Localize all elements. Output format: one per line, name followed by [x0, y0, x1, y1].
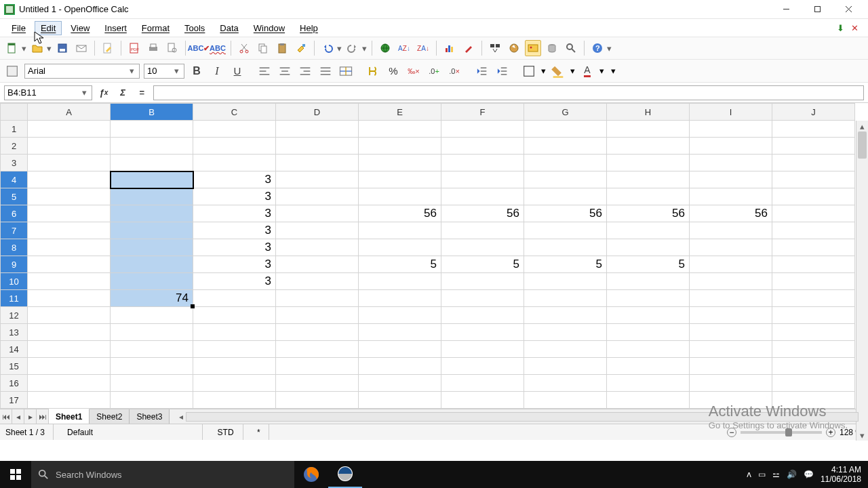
cell-F14[interactable] [441, 341, 524, 358]
cell-G13[interactable] [524, 324, 607, 341]
row-header-6[interactable]: 6 [1, 205, 28, 222]
cell-C5[interactable]: 3 [193, 188, 276, 205]
row-header-8[interactable]: 8 [1, 239, 28, 256]
column-header-E[interactable]: E [359, 104, 441, 121]
datasource-button[interactable] [544, 40, 560, 56]
column-header-C[interactable]: C [193, 104, 276, 121]
cell-F3[interactable] [441, 155, 524, 171]
cell-E13[interactable] [359, 324, 441, 341]
sort-desc-button[interactable]: ZA↓ [415, 40, 431, 56]
taskbar-search[interactable]: Search Windows [31, 461, 294, 488]
cell-C14[interactable] [193, 341, 276, 358]
cell-F5[interactable] [441, 188, 524, 205]
row-header-17[interactable]: 17 [1, 392, 28, 409]
cell-H2[interactable] [607, 138, 690, 155]
cell-A11[interactable] [28, 290, 111, 307]
standard-format-button[interactable]: ‰× [406, 63, 422, 79]
cell-B14[interactable] [111, 341, 193, 358]
cell-F8[interactable] [441, 239, 524, 256]
tab-first-button[interactable]: ⏮ [0, 409, 12, 424]
cell-H11[interactable] [607, 290, 690, 307]
row-header-2[interactable]: 2 [1, 138, 28, 155]
undo-button[interactable] [319, 40, 336, 56]
row-header-3[interactable]: 3 [1, 155, 28, 171]
cell-E4[interactable] [359, 171, 441, 188]
cell-J8[interactable] [772, 239, 855, 256]
save-button[interactable] [54, 40, 71, 56]
cell-B17[interactable] [111, 392, 193, 409]
cell-H9[interactable]: 5 [607, 256, 690, 273]
cell-C7[interactable]: 3 [193, 222, 276, 239]
row-header-7[interactable]: 7 [1, 222, 28, 239]
cell-J13[interactable] [772, 324, 855, 341]
cut-button[interactable] [236, 40, 252, 56]
cell-F6[interactable]: 56 [441, 205, 524, 222]
cell-C6[interactable]: 3 [193, 205, 276, 222]
align-right-button[interactable] [297, 63, 313, 79]
cell-B10[interactable] [111, 273, 193, 290]
cell-I15[interactable] [690, 358, 772, 375]
status-mode[interactable]: STD [216, 424, 243, 440]
cell-J3[interactable] [772, 155, 855, 171]
increase-indent-button[interactable] [494, 63, 510, 79]
cell-C12[interactable] [193, 307, 276, 324]
cell-E2[interactable] [359, 138, 441, 155]
zoom-slider[interactable] [741, 431, 822, 434]
cell-B4[interactable] [111, 171, 193, 188]
cell-D10[interactable] [276, 273, 359, 290]
tab-next-button[interactable]: ▸ [24, 409, 37, 424]
hyperlink-button[interactable] [377, 40, 393, 56]
cell-H10[interactable] [607, 273, 690, 290]
cell-G11[interactable] [524, 290, 607, 307]
cell-E7[interactable] [359, 222, 441, 239]
underline-button[interactable]: U [229, 63, 245, 79]
close-button[interactable] [833, 1, 864, 18]
print-button[interactable] [145, 40, 161, 56]
print-preview-button[interactable] [164, 40, 180, 56]
cell-D12[interactable] [276, 307, 359, 324]
cell-J4[interactable] [772, 171, 855, 188]
borders-button[interactable] [521, 63, 537, 79]
bgcolor-dropdown[interactable]: ▾ [570, 66, 575, 76]
cell-F16[interactable] [441, 375, 524, 392]
font-name-select[interactable]: Arial▾ [24, 64, 140, 79]
email-button[interactable] [73, 40, 90, 56]
download-icon[interactable]: ⬇ [837, 23, 844, 33]
cell-E10[interactable] [359, 273, 441, 290]
cell-B7[interactable] [111, 222, 193, 239]
cell-A2[interactable] [28, 138, 111, 155]
toolbar2-options[interactable]: ▾ [611, 66, 616, 76]
menu-file[interactable]: File [5, 21, 32, 35]
cell-H15[interactable] [607, 358, 690, 375]
cell-E17[interactable] [359, 392, 441, 409]
new-doc-button[interactable] [4, 40, 20, 56]
sum-button[interactable]: Σ [115, 85, 130, 100]
cell-I3[interactable] [690, 155, 772, 171]
italic-button[interactable]: I [209, 63, 225, 79]
column-header-I[interactable]: I [690, 104, 772, 121]
cell-E9[interactable]: 5 [359, 256, 441, 273]
menu-edit[interactable]: Edit [35, 21, 62, 35]
cell-G15[interactable] [524, 358, 607, 375]
start-button[interactable] [0, 461, 31, 488]
bold-button[interactable]: B [189, 63, 205, 79]
toolbar-options[interactable]: ▾ [606, 40, 612, 56]
add-decimal-button[interactable]: .0+ [426, 63, 442, 79]
cell-F15[interactable] [441, 358, 524, 375]
cell-E14[interactable] [359, 341, 441, 358]
cell-I1[interactable] [690, 121, 772, 138]
cell-E11[interactable] [359, 290, 441, 307]
cell-E16[interactable] [359, 375, 441, 392]
cell-D17[interactable] [276, 392, 359, 409]
cell-G16[interactable] [524, 375, 607, 392]
cell-E12[interactable] [359, 307, 441, 324]
align-left-button[interactable] [256, 63, 273, 79]
taskbar-app-openoffice[interactable] [328, 461, 362, 488]
cell-B16[interactable] [111, 375, 193, 392]
cell-G17[interactable] [524, 392, 607, 409]
fontcolor-button[interactable]: A [579, 63, 595, 79]
cell-G3[interactable] [524, 155, 607, 171]
cell-J16[interactable] [772, 375, 855, 392]
chart-button[interactable] [441, 40, 458, 56]
cell-G2[interactable] [524, 138, 607, 155]
